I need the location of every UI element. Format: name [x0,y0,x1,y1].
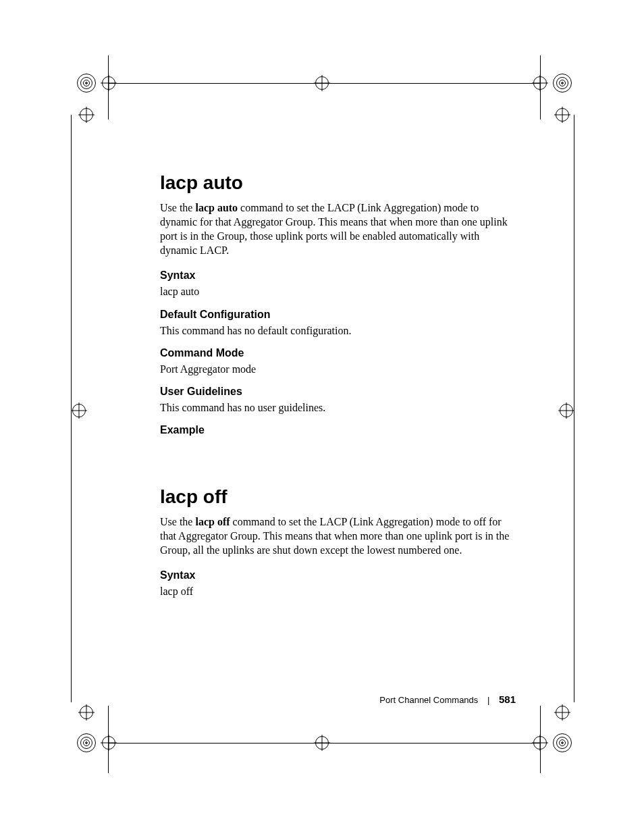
section-intro: Use the lacp auto command to set the LAC… [160,201,518,257]
registration-mark-icon [78,107,95,123]
block-heading: Syntax [160,269,518,282]
registration-mark-icon [532,75,548,91]
intro-bold: lacp off [195,516,230,527]
spacer [160,439,518,486]
registration-mark-icon [101,75,117,91]
block-text: This command has no user guidelines. [160,400,518,415]
intro-text: Use the [160,202,195,213]
section-intro: Use the lacp off command to set the LACP… [160,515,518,557]
registration-mark-icon [314,735,330,751]
rosette-icon [554,74,571,92]
page-footer: Port Channel Commands | 581 [0,694,644,705]
block-text: lacp off [160,584,518,598]
block-text: lacp auto [160,284,518,298]
registration-mark-icon [554,704,570,721]
registration-mark-icon [78,704,95,721]
rosette-icon [78,74,95,92]
registration-mark-icon [554,107,570,123]
block-heading: Command Mode [160,347,518,359]
registration-mark-icon [532,735,548,751]
block-heading: Example [160,424,518,436]
footer-chapter: Port Channel Commands [379,695,478,705]
registration-mark-icon [558,402,574,419]
intro-text: Use the [160,516,195,527]
intro-bold: lacp auto [195,202,238,213]
footer-page-number: 581 [499,694,516,705]
registration-mark-icon [101,735,117,751]
rosette-icon [78,734,95,752]
page-content: lacp auto Use the lacp auto command to s… [160,172,518,608]
block-heading: Default Configuration [160,309,518,321]
rosette-icon [554,734,571,752]
footer-divider: | [487,695,489,705]
block-text: This command has no default configuratio… [160,323,518,338]
registration-mark-icon [71,402,87,419]
block-text: Port Aggregator mode [160,362,518,376]
section-title: lacp auto [160,172,518,194]
registration-mark-icon [314,75,330,91]
block-heading: Syntax [160,569,518,581]
block-heading: User Guidelines [160,386,518,398]
section-title: lacp off [160,486,518,508]
